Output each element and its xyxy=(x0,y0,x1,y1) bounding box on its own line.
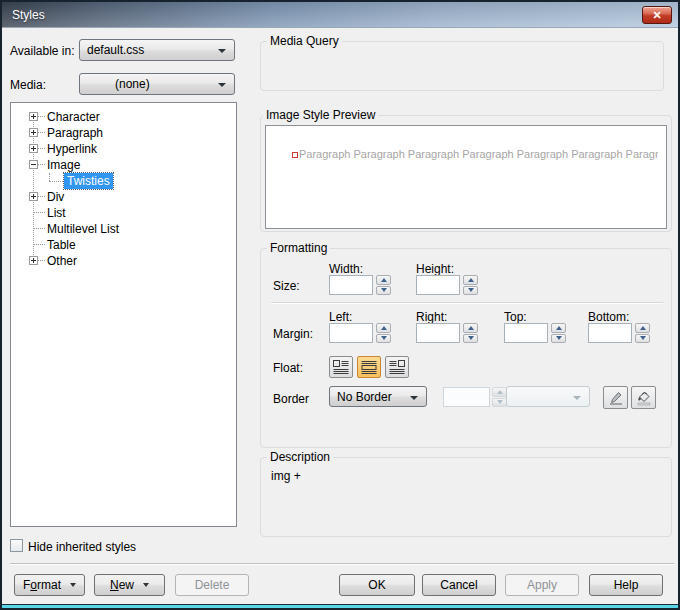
margin-right-label: Right: xyxy=(416,310,447,324)
styles-tree[interactable]: Character Paragraph Hyperlink Image Twis… xyxy=(10,102,237,527)
float-right-button[interactable] xyxy=(385,356,409,378)
available-in-select[interactable]: default.css xyxy=(79,39,235,61)
new-button-label: New xyxy=(110,578,134,592)
media-select[interactable]: (none) xyxy=(79,73,235,95)
preview-paragraph-text: Paragraph Paragraph Paragraph Paragraph … xyxy=(292,148,658,160)
margin-right-input[interactable] xyxy=(416,323,460,343)
spin-up-button[interactable] xyxy=(551,323,566,333)
menu-arrow-icon xyxy=(70,583,76,587)
expand-minus-icon[interactable] xyxy=(29,160,38,169)
cancel-button-label: Cancel xyxy=(440,578,477,592)
new-menu-button[interactable]: New xyxy=(94,574,165,596)
spin-down-button[interactable] xyxy=(463,286,478,296)
down-arrow-icon xyxy=(468,336,474,340)
margin-bottom-input[interactable] xyxy=(588,323,632,343)
float-none-icon xyxy=(361,360,377,374)
apply-button: Apply xyxy=(505,574,579,596)
tree-item-character[interactable]: Character xyxy=(11,109,236,125)
cancel-button[interactable]: Cancel xyxy=(422,574,496,596)
ok-button[interactable]: OK xyxy=(339,574,415,596)
border-style-select[interactable]: No Border xyxy=(329,386,427,407)
border-label: Border xyxy=(273,392,309,406)
dropdown-arrow-icon xyxy=(410,396,418,400)
height-input[interactable] xyxy=(416,275,460,295)
fill-color-button[interactable] xyxy=(631,386,656,409)
down-arrow-icon xyxy=(381,288,387,292)
close-button[interactable]: ✕ xyxy=(642,6,672,24)
media-query-group: Media Query xyxy=(260,41,664,91)
tree-item-paragraph[interactable]: Paragraph xyxy=(11,125,236,141)
paint-bucket-icon xyxy=(636,390,652,406)
up-arrow-icon xyxy=(640,326,646,330)
border-color-picker-button[interactable] xyxy=(603,386,628,409)
tree-item-image[interactable]: Image xyxy=(11,157,236,173)
spin-up-button[interactable] xyxy=(376,323,391,333)
margin-top-spinner[interactable] xyxy=(551,323,566,343)
footer-divider xyxy=(10,563,674,565)
media-label: Media: xyxy=(10,78,46,92)
help-button[interactable]: Help xyxy=(589,574,663,596)
hide-inherited-checkbox[interactable] xyxy=(10,539,23,552)
help-button-label: Help xyxy=(614,578,639,592)
border-color-select xyxy=(506,386,590,407)
margin-left-label: Left: xyxy=(329,310,352,324)
spin-up-button[interactable] xyxy=(463,275,478,285)
margin-right-spinner[interactable] xyxy=(463,323,478,343)
spin-up-button[interactable] xyxy=(635,323,650,333)
tree-item-multilevel-list[interactable]: Multilevel List xyxy=(11,221,236,237)
margin-left-input[interactable] xyxy=(329,323,373,343)
delete-button-label: Delete xyxy=(195,578,230,592)
margin-top-input[interactable] xyxy=(504,323,548,343)
float-none-button[interactable] xyxy=(357,356,381,378)
border-width-spinner xyxy=(492,387,507,407)
margin-left-spinner[interactable] xyxy=(376,323,391,343)
float-right-icon xyxy=(389,360,405,374)
down-arrow-icon xyxy=(468,288,474,292)
format-menu-button[interactable]: Format xyxy=(14,574,85,596)
tree-item-other[interactable]: Other xyxy=(11,253,236,269)
formatting-group: Formatting Size: Width: Height: Margin: … xyxy=(260,248,672,448)
titlebar[interactable]: Styles ✕ xyxy=(2,2,678,28)
expand-plus-icon[interactable] xyxy=(29,144,38,153)
dropdown-arrow-icon xyxy=(573,396,581,400)
size-label: Size: xyxy=(273,279,300,293)
image-style-preview-group: Image Style Preview Paragraph Paragraph … xyxy=(260,115,672,232)
border-style-value: No Border xyxy=(330,390,392,404)
float-left-button[interactable] xyxy=(329,356,353,378)
tree-item-table[interactable]: Table xyxy=(11,237,236,253)
up-arrow-icon xyxy=(468,326,474,330)
tree-item-label: Multilevel List xyxy=(47,221,119,237)
tree-item-list[interactable]: List xyxy=(11,205,236,221)
margin-label: Margin: xyxy=(273,327,313,341)
width-spinner[interactable] xyxy=(376,275,391,295)
spin-down-button[interactable] xyxy=(376,334,391,344)
tree-item-label: Div xyxy=(47,189,64,205)
spin-up-button xyxy=(492,387,507,397)
media-query-group-title: Media Query xyxy=(267,34,342,48)
spin-down-button xyxy=(492,398,507,408)
margin-bottom-spinner[interactable] xyxy=(635,323,650,343)
width-label: Width: xyxy=(329,262,363,276)
description-group-title: Description xyxy=(267,450,333,464)
expand-plus-icon[interactable] xyxy=(29,256,38,265)
spin-down-button[interactable] xyxy=(635,334,650,344)
height-spinner[interactable] xyxy=(463,275,478,295)
available-in-label: Available in: xyxy=(10,44,75,58)
expand-plus-icon[interactable] xyxy=(29,128,38,137)
spin-down-button[interactable] xyxy=(463,334,478,344)
spin-down-button[interactable] xyxy=(376,286,391,296)
media-value: (none) xyxy=(80,77,150,91)
spin-up-button[interactable] xyxy=(376,275,391,285)
tree-item-twisties[interactable]: Twisties xyxy=(11,173,236,189)
tree-item-hyperlink[interactable]: Hyperlink xyxy=(11,141,236,157)
spin-down-button[interactable] xyxy=(551,334,566,344)
float-label: Float: xyxy=(273,361,303,375)
width-input[interactable] xyxy=(329,275,373,295)
expand-plus-icon[interactable] xyxy=(29,192,38,201)
up-arrow-icon xyxy=(497,390,503,394)
tree-item-label: Character xyxy=(47,109,100,125)
spin-up-button[interactable] xyxy=(463,323,478,333)
expand-plus-icon[interactable] xyxy=(29,112,38,121)
tree-item-div[interactable]: Div xyxy=(11,189,236,205)
pen-color-icon xyxy=(608,390,624,406)
